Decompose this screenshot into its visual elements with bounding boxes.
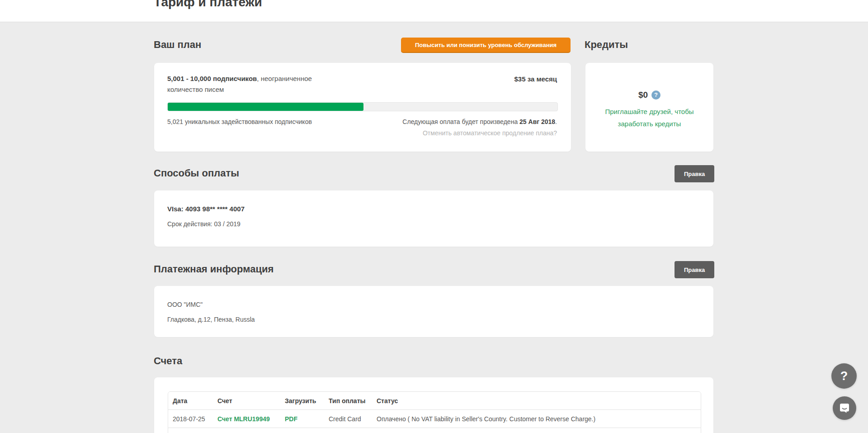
heading-payment-methods: Способы оплаты bbox=[154, 167, 239, 179]
credits-amount: $0 bbox=[638, 90, 648, 100]
credits-amount-row: $0? bbox=[585, 90, 713, 100]
credits-card: $0? Приглашайте друзей, чтобы заработать… bbox=[585, 63, 713, 152]
card-number: VIsa: 4093 98** **** 4007 bbox=[167, 205, 245, 213]
heading-credits: Кредиты bbox=[585, 39, 628, 51]
payment-method-card: VIsa: 4093 98** **** 4007 Срок действия:… bbox=[154, 190, 713, 247]
next-payment-text: Следующая оплата будет произведена 25 Ав… bbox=[402, 118, 557, 125]
invite-friends-link[interactable]: Приглашайте друзей, чтобы заработать кре… bbox=[585, 105, 713, 130]
help-button[interactable]: ? bbox=[831, 363, 857, 389]
top-bar: Тариф и платежи bbox=[0, 0, 868, 22]
plan-range: 5,001 - 10,000 подписчиков bbox=[167, 75, 257, 82]
page-title: Тариф и платежи bbox=[154, 0, 262, 9]
col-header-payment-type: Тип оплаты bbox=[324, 392, 372, 410]
table-header-row: Дата Счет Загрузить Тип оплаты Статус bbox=[168, 392, 701, 410]
col-header-download: Загрузить bbox=[280, 392, 324, 410]
subscribers-progress-bar bbox=[167, 102, 558, 111]
heading-billing-info: Платежная информация bbox=[154, 263, 274, 275]
invite-line1: Приглашайте друзей, чтобы bbox=[605, 108, 693, 115]
plan-progress-fill bbox=[168, 103, 363, 111]
edit-billing-info-button[interactable]: Правка bbox=[675, 261, 714, 278]
next-payment-prefix: Следующая оплата будет произведена bbox=[402, 118, 519, 125]
upgrade-plan-button[interactable]: Повысить или понизить уровень обслуживан… bbox=[401, 38, 571, 53]
billing-page: Тариф и платежи Ваш план Повысить или по… bbox=[0, 0, 868, 433]
edit-payment-method-button[interactable]: Правка bbox=[675, 165, 714, 182]
invoice-status: Оплачено ( No VAT liability in Seller's … bbox=[372, 410, 701, 428]
heading-your-plan: Ваш план bbox=[154, 39, 201, 51]
table-row bbox=[168, 428, 701, 433]
plan-description: 5,001 - 10,000 подписчиков, неограниченн… bbox=[167, 73, 339, 95]
invoices-table: Дата Счет Загрузить Тип оплаты Статус 20… bbox=[168, 391, 701, 433]
billing-address: Гладкова, д.12, Пенза, Russla bbox=[167, 316, 255, 323]
billing-info-card: ООО "ИМС" Гладкова, д.12, Пенза, Russla bbox=[154, 286, 713, 337]
heading-invoices: Счета bbox=[154, 355, 182, 367]
next-payment-date: 25 Авг 2018 bbox=[519, 118, 555, 125]
col-header-date: Дата bbox=[168, 392, 213, 410]
subscribers-usage-text: 5,021 уникальных задействованных подписч… bbox=[167, 118, 312, 125]
question-circle-icon[interactable]: ? bbox=[651, 90, 660, 100]
pdf-download-link[interactable]: PDF bbox=[285, 415, 297, 423]
company-name: ООО "ИМС" bbox=[167, 301, 203, 308]
plan-price: $35 за месяц bbox=[514, 75, 557, 83]
invoices-card: Дата Счет Загрузить Тип оплаты Статус 20… bbox=[154, 377, 713, 433]
plan-card: 5,001 - 10,000 подписчиков, неограниченн… bbox=[154, 63, 571, 152]
col-header-invoice: Счет bbox=[213, 392, 280, 410]
cancel-auto-renewal-link[interactable]: Отменить автоматическое продление плана? bbox=[423, 129, 557, 137]
chat-bubble-icon bbox=[839, 402, 850, 414]
card-expiry: Срок действия: 03 / 2019 bbox=[167, 220, 241, 228]
invite-line2: заработать кредиты bbox=[618, 120, 681, 128]
invoice-date: 2018-07-25 bbox=[168, 410, 213, 428]
table-row: 2018-07-25 Счет MLRU19949 PDF Credit Car… bbox=[168, 410, 701, 428]
invoice-link[interactable]: Счет MLRU19949 bbox=[217, 415, 270, 423]
chat-button[interactable] bbox=[833, 396, 856, 420]
col-header-status: Статус bbox=[372, 392, 701, 410]
next-payment-suffix: . bbox=[555, 118, 557, 125]
invoice-payment-type: Credit Card bbox=[324, 410, 372, 428]
